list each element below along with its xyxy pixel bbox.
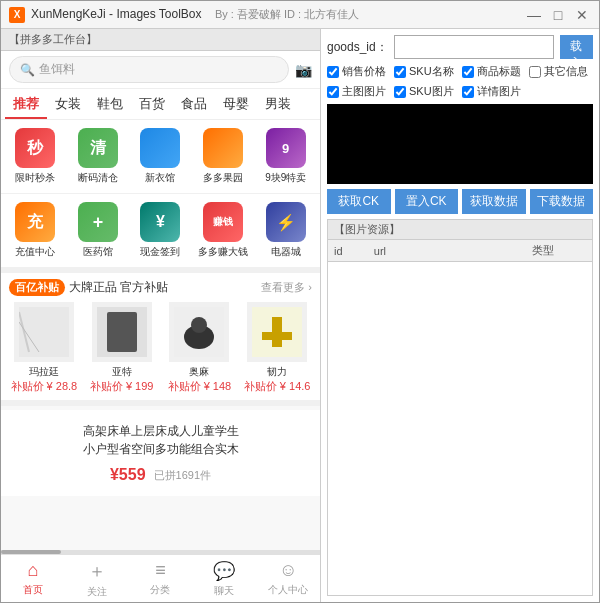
close-button[interactable]: ✕ <box>573 6 591 24</box>
follow-label: 关注 <box>87 585 107 599</box>
cb-detail-image[interactable]: 详情图片 <box>462 84 521 99</box>
category-label: 分类 <box>150 583 170 597</box>
9yuan-icon: 9 在App打开 ▶ <box>266 128 306 168</box>
promo-recharge[interactable]: 充 充值中心 <box>5 198 66 263</box>
subsidy-product-4[interactable]: 韧力 补贴价 ¥ 14.6 <box>242 302 312 394</box>
profile-icon: ☺ <box>279 560 297 581</box>
product-price-1: 补贴价 ¥ 28.8 <box>9 379 79 394</box>
goods-id-row: goods_id： 载入 <box>327 35 593 59</box>
minimize-button[interactable]: — <box>525 6 543 24</box>
9yuan-label: 9块9特卖 <box>265 171 306 185</box>
promo-flash-sale[interactable]: 秒 限时秒杀 <box>5 124 66 189</box>
promo-new-clothes[interactable]: 新衣馆 <box>130 124 191 189</box>
col-type: 类型 <box>526 240 592 262</box>
cb-sku-name-label: SKU名称 <box>409 64 454 79</box>
bottom-nav-category[interactable]: ≡ 分类 <box>129 555 193 602</box>
subsidy-product-2[interactable]: 亚特 补贴价 ¥ 199 <box>87 302 157 394</box>
promo-pharmacy[interactable]: + 医药馆 <box>68 198 129 263</box>
profile-label: 个人中心 <box>268 583 308 597</box>
clearance-icon: 清 <box>78 128 118 168</box>
product-name-4: 韧力 <box>242 365 312 379</box>
subsidy-more[interactable]: 查看更多 › <box>261 280 312 295</box>
tab-men[interactable]: 男装 <box>257 89 299 119</box>
svg-rect-0 <box>19 307 69 357</box>
orchard-label: 多多果园 <box>203 171 243 185</box>
svg-rect-10 <box>262 332 292 340</box>
cb-main-image-label: 主图图片 <box>342 84 386 99</box>
tab-shoes[interactable]: 鞋包 <box>89 89 131 119</box>
promo-orchard[interactable]: 多多果园 <box>193 124 254 189</box>
bottom-nav: ⌂ 首页 ＋ 关注 ≡ 分类 💬 聊天 <box>1 554 320 602</box>
tab-goods[interactable]: 百货 <box>131 89 173 119</box>
cb-sale-price[interactable]: 销售价格 <box>327 64 386 79</box>
cb-detail-image-input[interactable] <box>462 86 474 98</box>
product-name-3: 奥麻 <box>165 365 235 379</box>
product-price-2: 补贴价 ¥ 199 <box>87 379 157 394</box>
promo-appliance[interactable]: ⚡ 电器城 <box>255 198 316 263</box>
cb-main-image-input[interactable] <box>327 86 339 98</box>
cb-product-title[interactable]: 商品标题 <box>462 64 521 79</box>
preview-area <box>327 104 593 184</box>
scroll-thumb <box>1 550 61 554</box>
tab-women[interactable]: 女装 <box>47 89 89 119</box>
new-clothes-label: 新衣馆 <box>145 171 175 185</box>
promo-clearance[interactable]: 清 断码清仓 <box>68 124 129 189</box>
clearance-label: 断码清仓 <box>78 171 118 185</box>
promo-9yuan[interactable]: 9 在App打开 ▶ 9块9特卖 <box>255 124 316 189</box>
checkboxes-row-2: 主图图片 SKU图片 详情图片 <box>327 84 593 99</box>
left-panel: 【拼多多工作台】 🔍 鱼饵料 📷 推荐 女装 鞋包 百货 食品 <box>1 29 321 602</box>
subsidy-section: 百亿补贴 大牌正品 官方补贴 查看更多 › 玛拉廷 补贴价 ¥ <box>1 273 320 400</box>
subsidy-product-3[interactable]: 奥麻 补贴价 ¥ 148 <box>165 302 235 394</box>
featured-title: 高架床单上层床成人儿童学生 小户型省空间多功能组合实木 <box>83 422 239 458</box>
promo-earn-money[interactable]: 赚钱 多多赚大钱 <box>193 198 254 263</box>
cb-product-title-label: 商品标题 <box>477 64 521 79</box>
tab-food[interactable]: 食品 <box>173 89 215 119</box>
pharmacy-icon: + <box>78 202 118 242</box>
promo-grid-2: 充 充值中心 + 医药馆 ¥ 现金签到 <box>1 193 320 267</box>
load-button[interactable]: 载入 <box>560 35 593 59</box>
maximize-button[interactable]: □ <box>549 6 567 24</box>
goods-id-input[interactable] <box>394 35 554 59</box>
cb-other-info-label: 其它信息 <box>544 64 588 79</box>
bottom-nav-profile[interactable]: ☺ 个人中心 <box>256 555 320 602</box>
bottom-nav-follow[interactable]: ＋ 关注 <box>65 555 129 602</box>
cb-other-info-input[interactable] <box>529 66 541 78</box>
cb-sku-name-input[interactable] <box>394 66 406 78</box>
product-price-3: 补贴价 ¥ 148 <box>165 379 235 394</box>
cb-other-info[interactable]: 其它信息 <box>529 64 588 79</box>
new-clothes-icon <box>140 128 180 168</box>
put-ck-button[interactable]: 置入CK <box>395 189 459 214</box>
chat-label: 聊天 <box>214 584 234 598</box>
bottom-nav-home[interactable]: ⌂ 首页 <box>1 555 65 602</box>
svg-point-7 <box>191 317 207 333</box>
featured-product[interactable]: 高架床单上层床成人儿童学生 小户型省空间多功能组合实木 ¥559 已拼1691件 <box>1 410 320 496</box>
tab-recommend[interactable]: 推荐 <box>5 89 47 119</box>
cb-sku-name[interactable]: SKU名称 <box>394 64 454 79</box>
product-img-2 <box>92 302 152 362</box>
workspace-label: 【拼多多工作台】 <box>1 29 320 51</box>
promo-cash-signin[interactable]: ¥ 现金签到 <box>130 198 191 263</box>
product-img-1 <box>14 302 74 362</box>
product-price-4: 补贴价 ¥ 14.6 <box>242 379 312 394</box>
col-id: id <box>328 240 368 262</box>
search-input-wrap[interactable]: 🔍 鱼饵料 <box>9 56 289 83</box>
chat-icon: 💬 <box>213 560 235 582</box>
cb-main-image[interactable]: 主图图片 <box>327 84 386 99</box>
get-data-button[interactable]: 获取数据 <box>462 189 526 214</box>
get-ck-button[interactable]: 获取CK <box>327 189 391 214</box>
cb-sku-image[interactable]: SKU图片 <box>394 84 454 99</box>
scroll-indicator <box>1 550 320 554</box>
bottom-nav-chat[interactable]: 💬 聊天 <box>192 555 256 602</box>
cb-product-title-input[interactable] <box>462 66 474 78</box>
search-icon: 🔍 <box>20 63 35 77</box>
cb-sale-price-input[interactable] <box>327 66 339 78</box>
download-data-button[interactable]: 下载数据 <box>530 189 594 214</box>
tab-baby[interactable]: 母婴 <box>215 89 257 119</box>
promo-grid-1: 秒 限时秒杀 清 断码清仓 新衣馆 <box>1 120 320 193</box>
home-icon: ⌂ <box>27 560 38 581</box>
cb-sku-image-label: SKU图片 <box>409 84 454 99</box>
subsidy-product-1[interactable]: 玛拉廷 补贴价 ¥ 28.8 <box>9 302 79 394</box>
search-bar: 🔍 鱼饵料 📷 <box>1 51 320 89</box>
subsidy-products: 玛拉廷 补贴价 ¥ 28.8 亚特 补贴价 ¥ 199 <box>9 302 312 394</box>
cb-sku-image-input[interactable] <box>394 86 406 98</box>
